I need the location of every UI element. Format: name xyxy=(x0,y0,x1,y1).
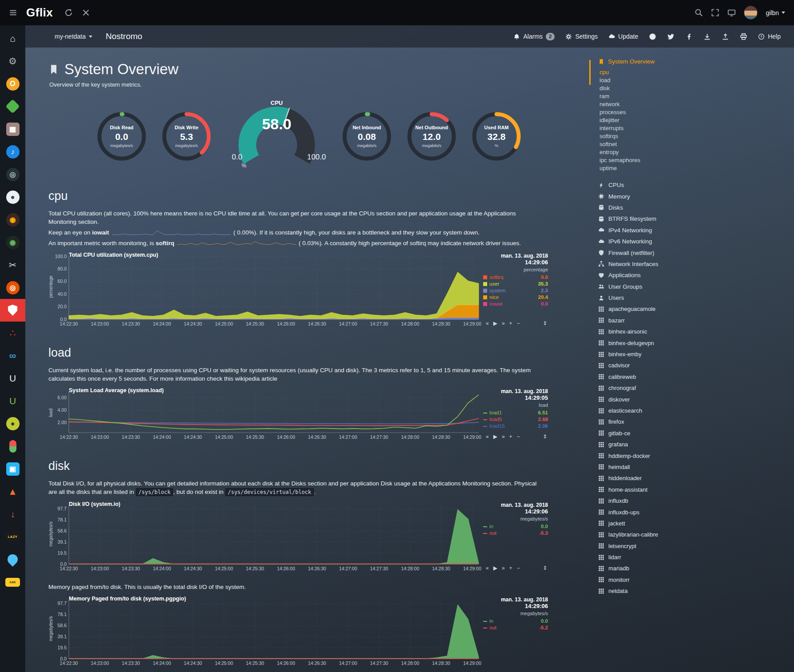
sab-badge-icon[interactable]: sab xyxy=(0,571,25,593)
nav-section-item[interactable]: User Groups xyxy=(598,281,794,292)
help-button[interactable]: Help xyxy=(758,33,781,40)
resize-handle-icon[interactable]: ⇕ xyxy=(543,433,547,440)
nav-app-item[interactable]: netdata xyxy=(598,585,794,596)
nav-app-item[interactable]: elasticsearch xyxy=(598,405,794,416)
nav-subitem[interactable]: softirqs xyxy=(598,132,794,140)
nav-subitem[interactable]: idlejitter xyxy=(598,116,794,124)
nav-subitem[interactable]: uptime xyxy=(598,164,794,172)
nav-subitem[interactable]: entropy xyxy=(598,148,794,156)
play-icon[interactable]: ▶ xyxy=(493,320,497,326)
nav-app-item[interactable]: hiddenloader xyxy=(598,473,794,484)
pan-left-icon[interactable]: « xyxy=(486,320,489,326)
nav-app-item[interactable]: lazylibrarian-calibre xyxy=(598,529,794,540)
letter-u-white-icon[interactable]: U xyxy=(0,367,25,390)
fullscreen-icon[interactable] xyxy=(711,8,719,17)
photo-square-icon[interactable]: ▣ xyxy=(0,457,25,480)
nav-subitem[interactable]: load xyxy=(598,76,794,84)
github-icon[interactable] xyxy=(649,33,656,40)
white-record-icon[interactable]: ● xyxy=(0,186,25,208)
nav-app-item[interactable]: mariadb xyxy=(598,563,794,574)
shield-icon[interactable] xyxy=(0,299,25,322)
nav-subitem[interactable]: ipc semaphores xyxy=(598,156,794,164)
music-note-icon[interactable]: ♪ xyxy=(0,140,25,163)
nav-app-item[interactable]: home-assistant xyxy=(598,484,794,495)
zoom-in-icon[interactable]: + xyxy=(509,565,512,571)
gear-icon[interactable]: ⚙ xyxy=(0,50,25,72)
nav-system-overview[interactable]: System Overview xyxy=(598,58,794,65)
zoom-in-icon[interactable]: + xyxy=(509,320,512,326)
cpu-chart-plot[interactable]: 14:22:3014:23:0014:23:3014:24:0014:24:30… xyxy=(48,253,481,328)
resize-handle-icon[interactable]: ⇕ xyxy=(543,320,547,326)
legend-item[interactable]: out -5.2 xyxy=(483,624,548,631)
nav-section-item[interactable]: BTRFS filesystem xyxy=(598,213,794,224)
amber-record-icon[interactable]: ◉ xyxy=(0,208,25,231)
nav-section-item[interactable]: CPUs xyxy=(598,179,794,191)
nav-section-item[interactable]: IPv4 Networking xyxy=(598,225,794,236)
gauge[interactable]: Disk Write 5.3 megabytes/s xyxy=(161,111,212,162)
zoom-out-icon[interactable]: − xyxy=(517,320,520,326)
nav-app-item[interactable]: chronograf xyxy=(598,382,794,394)
nav-app-item[interactable]: influxdb xyxy=(598,495,794,506)
nav-app-item[interactable]: jackett xyxy=(598,518,794,529)
zoom-out-icon[interactable]: − xyxy=(517,433,520,440)
pgpgio-chart-plot[interactable]: 14:22:3014:23:0014:23:3014:24:0014:24:30… xyxy=(48,596,481,668)
pan-left-icon[interactable]: « xyxy=(486,565,489,571)
nav-app-item[interactable]: cadvisor xyxy=(598,360,794,371)
nav-section-item[interactable]: Network Interfaces xyxy=(598,258,794,270)
drop-icon[interactable] xyxy=(0,548,25,571)
play-icon[interactable]: ▶ xyxy=(493,565,497,571)
lime-circle-icon[interactable]: ● xyxy=(0,412,25,435)
legend-item[interactable]: load15 2.06 xyxy=(483,423,548,429)
nav-subitem[interactable]: interrupts xyxy=(598,124,794,132)
nav-subitem[interactable]: network xyxy=(598,100,794,108)
legend-item[interactable]: in 0.0 xyxy=(483,618,548,624)
server-dropdown[interactable]: my-netdata xyxy=(55,33,92,40)
resize-handle-icon[interactable]: ⇕ xyxy=(543,565,547,571)
update-button[interactable]: Update xyxy=(608,33,638,40)
nav-subitem[interactable]: ram xyxy=(598,92,794,100)
disk-chart-plot[interactable]: 14:22:3014:23:0014:23:3014:24:0014:24:30… xyxy=(48,502,481,573)
settings-button[interactable]: Settings xyxy=(565,33,598,40)
red-cluster-icon[interactable]: ∴ xyxy=(0,322,25,344)
nav-section-item[interactable]: IPv6 Networking xyxy=(598,236,794,247)
nav-app-item[interactable]: influxdb-ups xyxy=(598,506,794,517)
nav-app-item[interactable]: gitlab-ce xyxy=(598,428,794,439)
nav-app-item[interactable]: heimdall xyxy=(598,461,794,473)
nav-app-item[interactable]: diskover xyxy=(598,394,794,405)
legend-item[interactable]: iowait 0.0 xyxy=(483,301,548,307)
nav-app-item[interactable]: bazarr xyxy=(598,315,794,326)
cpu-gauge[interactable]: CPU 58.0 0.0 100.0 % xyxy=(226,101,328,171)
load-chart-plot[interactable]: 14:22:3014:23:0014:23:3014:24:0014:24:30… xyxy=(48,388,481,441)
zoom-in-icon[interactable]: + xyxy=(509,433,512,440)
nav-app-item[interactable]: hddtemp-docker xyxy=(598,450,794,461)
user-menu[interactable]: gilbn xyxy=(766,9,785,16)
nav-app-item[interactable]: binhex-emby xyxy=(598,349,794,360)
nav-subitem[interactable]: cpu xyxy=(598,68,794,76)
nav-app-item[interactable]: grafana xyxy=(598,439,794,450)
nav-section-item[interactable]: Firewall (netfilter) xyxy=(598,247,794,258)
lazy-badge-icon[interactable]: LAZY xyxy=(0,525,25,548)
nav-app-item[interactable]: lidarr xyxy=(598,552,794,563)
nav-app-item[interactable]: binhex-airsonic xyxy=(598,326,794,337)
export-icon[interactable] xyxy=(722,33,729,40)
pan-right-icon[interactable]: » xyxy=(502,565,505,571)
nav-section-item[interactable]: Applications xyxy=(598,270,794,281)
refresh-icon[interactable] xyxy=(64,8,73,17)
nav-section-item[interactable]: Memory xyxy=(598,191,794,202)
scissors-icon[interactable]: ✂ xyxy=(0,254,25,276)
crate-icon[interactable]: ▦ xyxy=(0,118,25,140)
pan-right-icon[interactable]: » xyxy=(502,320,505,326)
legend-item[interactable]: load1 6.51 xyxy=(483,410,548,416)
gauge[interactable]: Net Inbound 0.08 megabits/s xyxy=(341,111,393,162)
legend-item[interactable]: in 0.0 xyxy=(483,523,548,530)
gauge[interactable]: Disk Read 0.0 megabytes/s xyxy=(96,111,147,162)
orange-target-icon[interactable]: ◎ xyxy=(0,276,25,299)
nav-app-item[interactable]: firefox xyxy=(598,416,794,427)
avatar[interactable] xyxy=(744,6,758,20)
orange-ring-icon[interactable]: O xyxy=(0,72,25,95)
search-icon[interactable] xyxy=(695,8,703,17)
green-diamond-icon[interactable] xyxy=(0,95,25,118)
letter-u-green-icon[interactable]: U xyxy=(0,390,25,412)
home-icon[interactable]: ⌂ xyxy=(0,27,25,50)
gauge[interactable]: Used RAM 32.8 % xyxy=(471,111,522,162)
